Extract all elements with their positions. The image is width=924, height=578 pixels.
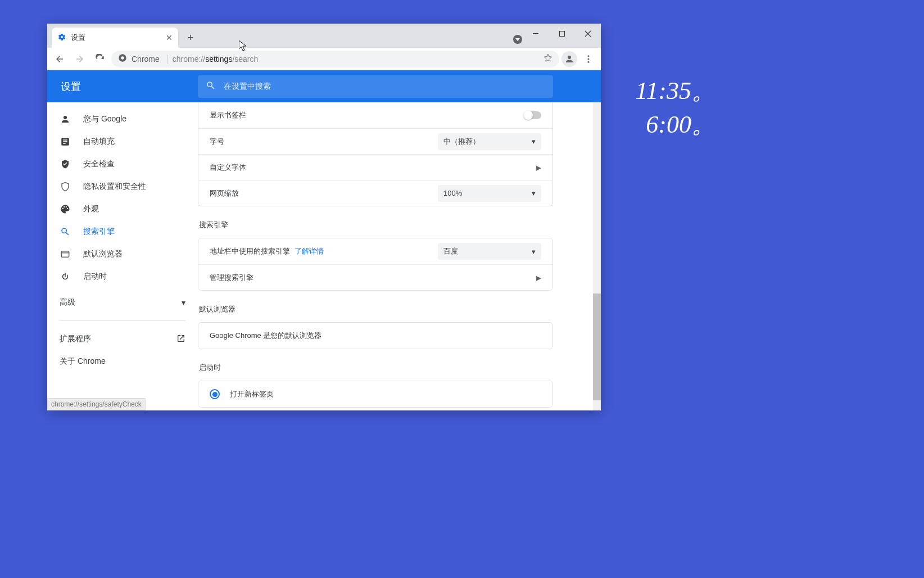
dropdown-value: 100%: [443, 189, 462, 197]
sidebar-item-you-and-google[interactable]: 您与 Google: [47, 108, 198, 130]
settings-main: 显示书签栏 字号 中（推荐） ▾ 自定义字体 ▸: [198, 102, 601, 410]
svg-rect-7: [61, 251, 69, 258]
row-label: Google Chrome 是您的默认浏览器: [210, 331, 321, 341]
bookmark-star-icon[interactable]: [543, 53, 552, 64]
settings-content: 您与 Google 自动填充 安全检查 隐私设置和安全性 外观 搜索引擎: [47, 102, 601, 410]
back-button[interactable]: [51, 50, 69, 68]
search-icon: [60, 227, 71, 237]
chevron-down-icon: ▾: [532, 137, 536, 146]
sidebar-item-on-startup[interactable]: 启动时: [47, 265, 198, 288]
browser-window: 设置 ✕ + Chrome chrome://settings/search 设…: [47, 24, 601, 410]
sidebar-item-search-engine[interactable]: 搜索引擎: [47, 220, 198, 243]
browser-tab[interactable]: 设置 ✕: [52, 28, 178, 48]
sidebar-about-chrome[interactable]: 关于 Chrome: [47, 350, 198, 373]
row-label: 显示书签栏: [210, 110, 246, 120]
row-startup-new-tab[interactable]: 打开新标签页: [198, 381, 552, 407]
row-default-browser-status: Google Chrome 是您的默认浏览器: [198, 323, 552, 349]
status-bar: chrome://settings/safetyCheck: [47, 398, 146, 410]
zoom-dropdown[interactable]: 100% ▾: [438, 185, 541, 202]
row-font-size: 字号 中（推荐） ▾: [198, 128, 552, 154]
sidebar-advanced-label: 高级: [60, 297, 75, 308]
sidebar-item-label: 安全检查: [83, 159, 115, 169]
font-size-dropdown[interactable]: 中（推荐） ▾: [438, 133, 541, 150]
tab-bar: 设置 ✕ +: [47, 24, 601, 48]
sidebar-item-appearance[interactable]: 外观: [47, 198, 198, 220]
menu-button[interactable]: [579, 50, 597, 68]
palette-icon: [60, 204, 71, 214]
search-icon: [206, 80, 216, 92]
radio-new-tab[interactable]: [210, 389, 220, 399]
autofill-icon: [60, 137, 71, 147]
chevron-down-icon: ▾: [182, 298, 185, 307]
bookmarks-toggle[interactable]: [524, 111, 541, 119]
settings-sidebar: 您与 Google 自动填充 安全检查 隐私设置和安全性 外观 搜索引擎: [47, 102, 198, 410]
search-engine-dropdown[interactable]: 百度 ▾: [438, 243, 541, 260]
profile-button[interactable]: [561, 51, 577, 67]
row-label: 打开新标签页: [230, 389, 274, 399]
sidebar-item-label: 隐私设置和安全性: [83, 182, 146, 192]
row-label: 字号: [210, 137, 224, 147]
row-page-zoom: 网页缩放 100% ▾: [198, 180, 552, 206]
person-icon: [60, 114, 71, 124]
sidebar-item-label: 自动填充: [83, 137, 115, 147]
chevron-down-icon: ▾: [532, 247, 536, 256]
row-manage-search-engines[interactable]: 管理搜索引擎 ▸: [198, 264, 552, 290]
settings-title: 设置: [47, 80, 198, 93]
address-context-label: Chrome: [132, 55, 160, 64]
sidebar-about-label: 关于 Chrome: [60, 356, 106, 367]
status-url: chrome://settings/safetyCheck: [51, 400, 142, 408]
settings-search[interactable]: 在设置中搜索: [198, 75, 553, 98]
section-title-search-engine: 搜索引擎: [199, 220, 553, 230]
row-custom-fonts[interactable]: 自定义字体 ▸: [198, 154, 552, 180]
search-placeholder: 在设置中搜索: [224, 82, 271, 92]
svg-rect-1: [559, 31, 564, 36]
shield-check-icon: [60, 159, 71, 169]
sidebar-item-label: 您与 Google: [83, 114, 126, 124]
svg-point-3: [121, 56, 124, 59]
row-show-bookmarks[interactable]: 显示书签栏: [198, 102, 552, 128]
row-label: 自定义字体: [210, 162, 246, 173]
browser-toolbar: Chrome chrome://settings/search: [47, 48, 601, 70]
forward-button[interactable]: [71, 50, 89, 68]
address-url: chrome://settings/search: [173, 55, 259, 64]
desktop-clock-2: 6:00。: [646, 108, 716, 141]
section-title-on-startup: 启动时: [199, 363, 553, 373]
sidebar-item-safety-check[interactable]: 安全检查: [47, 153, 198, 175]
minimize-button[interactable]: [523, 24, 549, 44]
reload-button[interactable]: [91, 50, 109, 68]
sidebar-advanced-toggle[interactable]: 高级 ▾: [47, 291, 198, 314]
row-address-bar-search-engine: 地址栏中使用的搜索引擎 了解详情 百度 ▾: [198, 238, 552, 264]
svg-point-6: [588, 61, 590, 62]
chrome-logo-icon: [118, 53, 127, 64]
scrollbar-track[interactable]: [593, 102, 601, 410]
sidebar-item-default-browser[interactable]: 默认浏览器: [47, 243, 198, 265]
sidebar-item-privacy[interactable]: 隐私设置和安全性: [47, 175, 198, 198]
maximize-button[interactable]: [549, 24, 575, 44]
sidebar-item-label: 默认浏览器: [83, 249, 123, 259]
sidebar-item-label: 搜索引擎: [83, 227, 115, 237]
row-label: 地址栏中使用的搜索引擎 了解详情: [210, 246, 324, 256]
scrollbar-thumb[interactable]: [593, 293, 601, 400]
power-icon: [60, 272, 71, 282]
row-label: 管理搜索引擎: [210, 273, 253, 283]
tab-search-icon[interactable]: [513, 35, 522, 44]
learn-more-link[interactable]: 了解详情: [295, 247, 324, 255]
chevron-right-icon: ▸: [536, 272, 541, 284]
address-bar[interactable]: Chrome chrome://settings/search: [111, 51, 559, 67]
section-title-default-browser: 默认浏览器: [199, 304, 553, 314]
svg-point-5: [588, 58, 590, 60]
sidebar-divider: [60, 320, 185, 321]
svg-point-4: [588, 55, 590, 57]
new-tab-button[interactable]: +: [183, 30, 198, 46]
sidebar-extensions-label: 扩展程序: [60, 334, 91, 344]
close-tab-button[interactable]: ✕: [166, 33, 173, 42]
gear-icon: [57, 33, 66, 43]
dropdown-value: 中（推荐）: [443, 137, 480, 147]
sidebar-extensions[interactable]: 扩展程序: [47, 328, 198, 350]
browser-icon: [60, 249, 71, 259]
settings-header: 设置 在设置中搜索: [47, 70, 601, 102]
close-window-button[interactable]: [575, 24, 601, 44]
sidebar-item-autofill[interactable]: 自动填充: [47, 130, 198, 153]
address-separator: [167, 55, 168, 64]
sidebar-item-label: 启动时: [83, 272, 107, 282]
